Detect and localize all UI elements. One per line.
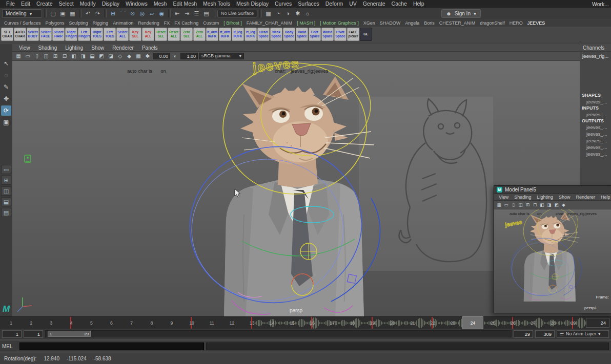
scale-tool-icon[interactable]: ▣ <box>1 117 11 127</box>
shelf-button[interactable]: AUTO CHAR <box>14 28 26 41</box>
single-pane-layout-icon[interactable]: ▭ <box>1 165 11 174</box>
timeline-ticks[interactable]: 1234567891011121314151617181920212223242… <box>1 317 583 329</box>
camera-attributes-icon[interactable]: ▦ <box>496 202 502 208</box>
select-by-type-icon[interactable]: ▤ <box>202 9 211 18</box>
playback-end-field[interactable]: 29 <box>514 330 533 338</box>
menu-item[interactable]: Modify <box>77 0 99 8</box>
film-gate-icon[interactable]: ⊡ <box>60 52 69 60</box>
viewport-panel-menu-item[interactable]: Shading <box>35 45 61 51</box>
shelf-button[interactable]: Body Space <box>283 28 295 41</box>
timeline-tick[interactable]: 2 <box>21 317 41 329</box>
timeline-tick[interactable]: 28 <box>543 317 563 329</box>
timeline-tick[interactable]: 27 <box>523 317 543 329</box>
rotate-tool-icon[interactable]: ⟳ <box>1 105 11 116</box>
shelf-button[interactable]: World Space <box>321 28 334 41</box>
save-scene-icon[interactable]: ▦ <box>68 9 77 18</box>
model-panel-title-bar[interactable]: M Model Panel5 <box>494 186 611 194</box>
timeline-tick[interactable]: 20 <box>382 317 402 329</box>
shelf-button[interactable]: Key SEL <box>129 28 141 41</box>
shelf-tab[interactable]: Sculpting <box>69 20 88 26</box>
grid-display-icon[interactable]: ⊞ <box>524 202 531 208</box>
shelf-tab[interactable]: Polygons <box>46 20 65 26</box>
timeline-tick[interactable]: 6 <box>101 317 121 329</box>
outliner-layout-icon[interactable]: ▤ <box>1 208 11 217</box>
timeline-tick[interactable]: 18 <box>342 317 362 329</box>
sign-in-button[interactable]: ☻ Sign In ▾ <box>441 9 481 18</box>
menu-item[interactable]: Deform <box>322 0 346 8</box>
shelf-button[interactable]: Neck Space <box>270 28 282 41</box>
timeline-tick[interactable]: 3 <box>41 317 61 329</box>
shelf-button[interactable]: Right TOES <box>91 28 103 41</box>
shelf-tab[interactable]: FAMILY_CHAR_ANIM <box>247 20 292 26</box>
image-plane-icon[interactable]: ▯ <box>33 52 41 60</box>
menu-item[interactable]: Mesh <box>151 0 170 8</box>
shelf-button[interactable]: Left TOES <box>104 28 116 41</box>
timeline-tick[interactable]: 10 <box>182 317 202 329</box>
timeline-tick[interactable]: 25 <box>483 317 503 329</box>
open-render-view-icon[interactable]: ▩ <box>264 9 273 18</box>
timeline-tick[interactable]: 5 <box>82 317 101 329</box>
resolution-gate-icon[interactable]: ◧ <box>539 202 545 208</box>
output-connections-icon[interactable]: ⇥ <box>182 9 191 18</box>
four-pane-layout-icon[interactable]: ⊞ <box>1 176 11 185</box>
display-render-globals-icon[interactable]: ☼ <box>303 9 312 18</box>
menu-item[interactable]: Generate <box>360 0 389 8</box>
snap-to-curve-icon[interactable]: ⌒ <box>118 9 127 18</box>
model-panel-menu-item[interactable]: Shading <box>512 195 534 200</box>
shelf-button[interactable]: Head Space <box>257 28 270 41</box>
shelf-button[interactable]: Reset SEL <box>155 28 167 41</box>
shelf-tab[interactable]: Custom <box>203 20 219 26</box>
make-live-icon[interactable]: ◉ <box>157 9 166 18</box>
shelf-tab[interactable]: [ Motion Graphics ] <box>320 20 359 26</box>
shelf-tab[interactable]: dragonShelf <box>480 20 505 26</box>
animation-start-field[interactable]: 1 <box>2 330 22 338</box>
shelf-button[interactable]: Key ALL <box>142 28 154 41</box>
exposure-icon[interactable]: ✱ <box>144 52 152 60</box>
channel-box-row[interactable]: SHAPES <box>580 92 611 98</box>
model-panel-menu-item[interactable]: Help <box>598 195 611 200</box>
shelf-button[interactable]: Foot Space <box>309 28 321 41</box>
gamma-icon[interactable]: ◐ <box>171 52 179 60</box>
gate-mask-icon[interactable]: ◨ <box>546 202 553 208</box>
shelf-button[interactable]: Left Fingers <box>78 28 90 41</box>
shelf-tab[interactable]: Rigging <box>93 20 109 26</box>
current-time-field[interactable]: 24 <box>586 318 609 328</box>
command-input[interactable] <box>19 342 204 350</box>
channel-box-row[interactable]: jeeves_... <box>580 98 611 105</box>
shelf-button[interactable]: FACE picker <box>347 28 359 41</box>
viewport-panel-menu-item[interactable]: Renderer <box>109 45 137 51</box>
menu-item[interactable]: Cache <box>389 0 410 8</box>
channel-box-row[interactable]: jeeves_... <box>580 111 611 118</box>
model-panel5-window[interactable]: M Model Panel5 ViewShadingLightingShowRe… <box>494 185 611 313</box>
channel-box-row[interactable]: jeeves_... <box>580 137 611 144</box>
shaded-icon[interactable]: ◆ <box>560 202 567 208</box>
shelf-button[interactable]: Right Fingers <box>65 28 77 41</box>
timeline-tick[interactable]: 9 <box>161 317 181 329</box>
channel-box-node-name[interactable]: jeeves_rig... <box>580 52 611 60</box>
move-tool-icon[interactable]: ✥ <box>1 94 11 104</box>
bookmarks-icon[interactable]: ▭ <box>24 52 32 60</box>
character-set-icon[interactable] <box>25 155 31 162</box>
color-space-select[interactable]: sRGB gamma ▾ <box>199 53 244 59</box>
menu-item[interactable]: Edit Mesh <box>170 0 200 8</box>
menu-item[interactable]: Edit <box>18 0 33 8</box>
timeline-tick[interactable]: 23 <box>443 317 463 329</box>
shelf-tab[interactable]: JEEVES <box>527 20 545 26</box>
field-chart-icon[interactable]: ⬓ <box>88 52 96 60</box>
playback-start-field[interactable]: 1 <box>24 330 43 338</box>
channel-box-row[interactable]: jeeves_... <box>580 124 611 131</box>
hypershade-layout-icon[interactable]: ⬓ <box>1 197 11 206</box>
shelf-tab[interactable]: Rendering <box>138 20 159 26</box>
render-current-frame-icon[interactable]: ◔ <box>274 9 282 18</box>
timeline-tick[interactable]: 4 <box>62 317 82 329</box>
render-settings-icon[interactable]: ✱ <box>293 9 302 18</box>
snap-to-point-icon[interactable]: ⊙ <box>128 9 137 18</box>
shelf-tab[interactable]: Boris <box>424 20 435 26</box>
wireframe-icon[interactable]: ◇ <box>116 52 124 60</box>
snap-to-projected-center-icon[interactable]: ◎ <box>138 9 147 18</box>
command-language-label[interactable]: MEL <box>2 344 17 349</box>
timeline-tick[interactable]: 24 <box>463 317 483 329</box>
shelf-button[interactable]: Pivot Space <box>334 28 347 41</box>
input-connections-icon[interactable]: ⇤ <box>173 9 181 18</box>
channel-box-menu[interactable]: Channels <box>580 44 611 52</box>
